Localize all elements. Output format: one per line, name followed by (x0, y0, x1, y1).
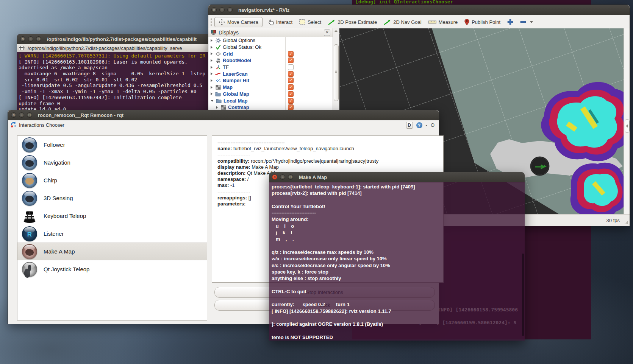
resize-grip[interactable] (624, 221, 628, 224)
displays-panel-header[interactable]: Displays ✕ (208, 28, 333, 37)
ruler-icon (428, 20, 436, 24)
scroll-up-icon[interactable] (334, 30, 338, 32)
display-label: RobotModel (223, 58, 251, 63)
display-checkbox[interactable] (288, 58, 294, 63)
close-icon[interactable] (11, 112, 16, 118)
display-row[interactable]: Grid (208, 50, 333, 57)
displays-tree: Global OptionsGlobal Status: OkGridRobot… (208, 37, 333, 111)
terminal-line: anything else : stop smoothly (272, 275, 522, 282)
display-row[interactable]: Global Status: Ok (208, 44, 333, 51)
display-checkbox[interactable] (288, 64, 294, 70)
tool-nav-arrow[interactable]: 2D Nav Goal (384, 19, 421, 25)
tool-select[interactable]: Select (299, 19, 321, 25)
panel-expand-icon[interactable] (625, 119, 630, 133)
chevron-right-icon[interactable] (211, 92, 213, 95)
titlebar[interactable]: Make A Map (269, 172, 525, 182)
display-label: Grid (223, 51, 233, 57)
interaction-list-item[interactable]: Follower (17, 136, 207, 154)
minimize-icon[interactable] (280, 174, 285, 180)
panel-minimize-button[interactable]: - (426, 122, 427, 128)
titlebar[interactable]: /opt/ros/indigo/lib/python2.7/dist-packa… (17, 34, 209, 44)
chevron-right-icon[interactable] (211, 86, 213, 89)
tool-ruler[interactable]: Measure (428, 19, 458, 25)
display-row[interactable]: Local Map (208, 97, 333, 104)
titlebar[interactable]: navigation.rviz* - RViz (208, 5, 630, 15)
display-row[interactable]: Bumper Hit (208, 77, 333, 84)
close-icon[interactable]: ✕ (324, 30, 330, 36)
display-label: Costmap (228, 104, 249, 110)
display-row[interactable]: LaserScan (208, 70, 333, 77)
terminal-line: currently: speed 0.2 turn 1 (272, 301, 522, 308)
chevron-right-icon[interactable] (211, 52, 213, 55)
detail-line: name: turtlebot_rviz_launchers/view_tele… (217, 146, 438, 152)
terminal-layout-icon[interactable] (19, 46, 25, 51)
maximize-icon[interactable] (36, 36, 41, 42)
help-button[interactable]: ? (416, 122, 422, 128)
chevron-right-icon[interactable] (211, 46, 213, 49)
interaction-list-item[interactable]: Listener (17, 225, 207, 243)
interaction-list-item[interactable]: Chirp (17, 171, 207, 189)
interaction-list-item[interactable]: Navigation (17, 154, 207, 171)
display-row[interactable]: Global Options (208, 37, 333, 44)
dock-button[interactable]: D (406, 122, 413, 129)
close-icon[interactable] (272, 174, 277, 180)
display-checkbox[interactable] (288, 91, 294, 97)
terminal-tab-title[interactable]: /opt/ros/indigo/lib/python2.7/dist-packa… (28, 45, 182, 51)
minimize-icon[interactable] (19, 112, 24, 118)
panel-close-button[interactable]: O (431, 122, 435, 128)
window-title: rocon_remocon__Rqt Remocon - rqt (38, 112, 123, 118)
tool-interact[interactable]: Interact (268, 19, 292, 25)
interaction-list-item[interactable]: 3D Sensing (17, 189, 207, 207)
interaction-list-item[interactable]: Make A Map (17, 243, 207, 260)
display-checkbox[interactable] (288, 51, 294, 57)
make-a-map-terminal-window: Make A Map process[turtlebot_teleop_keyb… (269, 172, 525, 341)
minimize-icon[interactable] (28, 36, 33, 42)
interaction-list-item[interactable]: Qt Joystick Teleop (17, 260, 207, 278)
display-checkbox[interactable] (288, 98, 294, 104)
toolbar-grip[interactable] (211, 18, 212, 26)
display-checkbox[interactable] (288, 104, 294, 110)
pin-icon (464, 19, 469, 25)
folder-icon (215, 92, 221, 96)
tool-move-camera[interactable]: Move Camera (214, 17, 263, 27)
titlebar[interactable]: rocon_remocon__Rqt Remocon - rqt (8, 110, 439, 120)
display-row[interactable]: Map (208, 84, 333, 91)
right-panel-strip[interactable] (624, 28, 630, 215)
tool-pin[interactable]: Publish Point (464, 19, 500, 25)
scrollbar-thumb[interactable] (334, 44, 339, 101)
maximize-icon[interactable] (27, 112, 32, 118)
terminal-line (272, 295, 522, 301)
display-checkbox[interactable] (288, 78, 294, 83)
interaction-list-item[interactable]: Keyboard Teleop (17, 207, 207, 225)
chevron-right-icon[interactable] (216, 106, 218, 109)
bumper-dots-icon (215, 78, 221, 83)
display-checkbox[interactable] (288, 84, 294, 90)
maximize-icon[interactable] (288, 174, 293, 180)
chevron-right-icon[interactable] (211, 59, 213, 62)
tool-minus[interactable] (520, 19, 533, 25)
terminal-scrollbar[interactable] (522, 254, 524, 336)
chevron-right-icon[interactable] (211, 72, 213, 75)
chevron-down-icon[interactable] (530, 21, 533, 23)
interactions-list[interactable]: FollowerNavigationChirp3D SensingKeyboar… (17, 135, 207, 320)
display-row[interactable]: TF (208, 64, 333, 71)
maximize-icon[interactable] (227, 7, 233, 12)
display-checkbox[interactable] (288, 71, 294, 77)
interaction-label: Follower (44, 142, 65, 148)
tool-pose-arrow[interactable]: 2D Pose Estimate (328, 19, 377, 25)
terminal-line: -linearUpdate 0.5 -angularUpdate 0.436 -… (19, 82, 208, 89)
minus-icon (520, 19, 526, 25)
tool-plus[interactable] (507, 19, 513, 25)
close-icon[interactable] (211, 7, 217, 12)
chevron-right-icon[interactable] (211, 39, 213, 42)
minimize-icon[interactable] (219, 7, 225, 12)
display-row[interactable]: Global Map (208, 91, 333, 98)
terminal-line (272, 197, 522, 203)
chevron-down-icon[interactable] (211, 100, 214, 102)
close-icon[interactable] (20, 36, 25, 42)
display-label: Global Options (223, 37, 255, 43)
chevron-right-icon[interactable] (211, 79, 213, 82)
chevron-right-icon[interactable] (211, 66, 213, 69)
display-row[interactable]: RobotModel (208, 57, 333, 64)
terminal-tabbar[interactable]: /opt/ros/indigo/lib/python2.7/dist-packa… (17, 44, 209, 52)
